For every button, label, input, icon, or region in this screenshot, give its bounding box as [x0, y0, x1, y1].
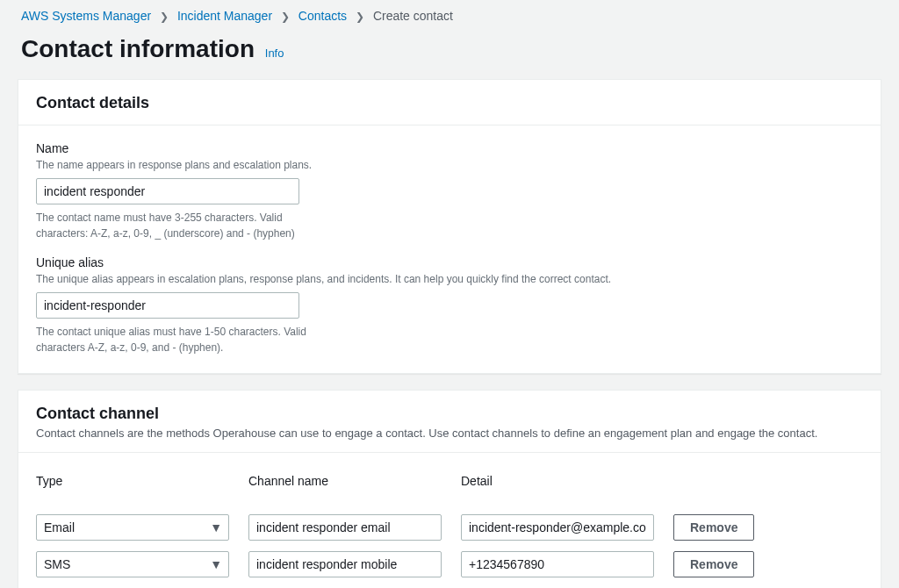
channel-table: Type Channel name Detail Email ▼ [36, 474, 863, 577]
contact-details-panel: Contact details Name The name appears in… [18, 79, 881, 374]
breadcrumb-current: Create contact [373, 9, 453, 23]
page-title-text: Contact information [21, 35, 255, 62]
name-constraint: The contact name must have 3-255 charact… [36, 210, 308, 241]
panel-header: Contact details [18, 80, 881, 125]
remove-channel-button[interactable]: Remove [673, 514, 754, 541]
channel-row: SMS ▼ Remove [36, 551, 863, 577]
col-header-detail: Detail [461, 474, 654, 488]
breadcrumb-link-incident-manager[interactable]: Incident Manager [177, 9, 272, 23]
channel-table-header: Type Channel name Detail [36, 474, 863, 488]
channel-type-select[interactable]: Email [36, 514, 229, 541]
name-hint: The name appears in response plans and e… [36, 157, 863, 173]
chevron-right-icon: ❯ [356, 11, 364, 23]
panel-header: Contact channel Contact channels are the… [18, 391, 881, 453]
alias-hint: The unique alias appears in escalation p… [36, 271, 863, 287]
channel-detail-input[interactable] [461, 551, 654, 577]
alias-constraint: The contact unique alias must have 1-50 … [36, 324, 308, 355]
col-header-name: Channel name [248, 474, 442, 488]
channel-detail-input[interactable] [461, 514, 654, 541]
channel-type-select[interactable]: SMS [36, 551, 229, 577]
breadcrumb: AWS Systems Manager ❯ Incident Manager ❯… [0, 0, 899, 30]
breadcrumb-link-contacts[interactable]: Contacts [298, 9, 347, 23]
remove-channel-button[interactable]: Remove [673, 551, 754, 577]
contact-channel-title: Contact channel [36, 405, 863, 423]
name-field-container: Name The name appears in response plans … [36, 141, 863, 241]
page-title: Contact information Info [21, 35, 878, 63]
breadcrumb-link-systems-manager[interactable]: AWS Systems Manager [21, 9, 151, 23]
contact-details-title: Contact details [36, 94, 863, 112]
chevron-right-icon: ❯ [160, 11, 169, 23]
chevron-right-icon: ❯ [281, 11, 290, 23]
channel-row: Email ▼ Remove [36, 514, 863, 541]
col-header-type: Type [36, 474, 229, 488]
contact-channel-panel: Contact channel Contact channels are the… [18, 390, 881, 588]
name-label: Name [36, 141, 863, 155]
alias-field-container: Unique alias The unique alias appears in… [36, 255, 863, 355]
alias-label: Unique alias [36, 255, 863, 269]
info-link[interactable]: Info [265, 47, 284, 60]
channel-name-input[interactable] [248, 551, 442, 577]
alias-input[interactable] [36, 292, 299, 319]
channel-name-input[interactable] [248, 514, 442, 541]
name-input[interactable] [36, 178, 299, 204]
contact-channel-description: Contact channels are the methods Operaho… [36, 427, 863, 440]
